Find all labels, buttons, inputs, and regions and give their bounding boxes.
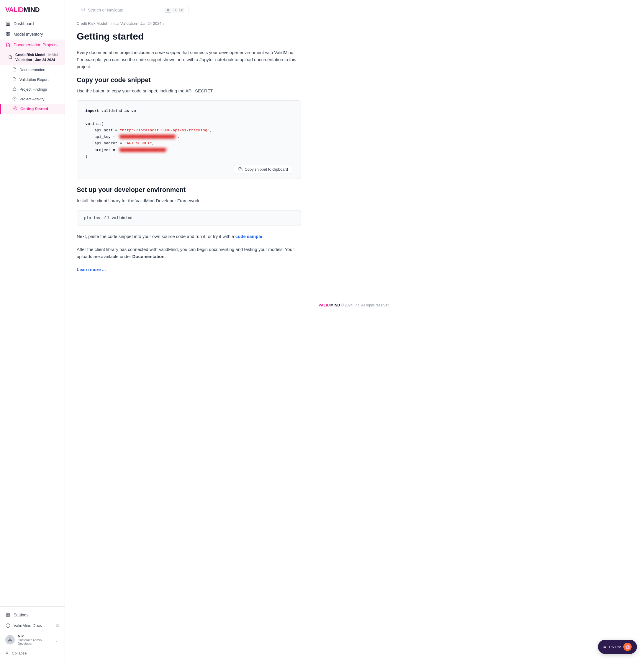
sidebar: VALIDMIND Dashboard Model Inventory Docu… <box>0 0 65 661</box>
sidebar-label-getting-started: Getting Started <box>20 107 48 111</box>
logo-mind: MIND <box>24 6 40 13</box>
code-block-snippet: import validmind as vm vm.init( api_host… <box>77 101 301 179</box>
external-link-icon <box>56 623 59 628</box>
sidebar-label-credit-risk: Credit Risk Model - Initial Validation -… <box>15 52 59 63</box>
svg-rect-15 <box>240 169 243 171</box>
footer-logo-valid: VALID <box>319 303 330 307</box>
sidebar-item-project-activity[interactable]: Project Activity <box>0 94 65 104</box>
user-info: Nik Customer Admin, Developer <box>18 634 51 645</box>
kbd-plus: + <box>172 8 178 13</box>
search-placeholder: Search or Navigate <box>88 8 162 13</box>
kbd-k: k <box>179 8 185 13</box>
file-text-icon <box>5 42 10 47</box>
svg-line-11 <box>57 624 59 626</box>
learn-more-link[interactable]: Learn more ... <box>77 267 106 272</box>
collapse-label: Collapse <box>12 651 27 655</box>
sidebar-item-credit-risk-model[interactable]: Credit Risk Model - Initial Validation -… <box>0 50 65 65</box>
logo: VALIDMIND <box>0 0 65 18</box>
sidebar-bottom: Settings ValidMind Docs Nik Customer Adm… <box>0 607 65 661</box>
sidebar-label-dashboard: Dashboard <box>14 21 34 26</box>
documentation-link: Documentation <box>132 254 164 259</box>
next-text: Next, paste the code snippet into your o… <box>77 233 301 240</box>
widget-emoji: 🌸 <box>623 643 631 651</box>
svg-rect-0 <box>6 32 8 34</box>
home-icon <box>5 21 10 26</box>
sidebar-item-dashboard[interactable]: Dashboard <box>0 18 65 29</box>
sidebar-item-validation-report[interactable]: Validation Report <box>0 75 65 84</box>
sidebar-label-validation: Validation Report <box>20 78 49 82</box>
svg-line-14 <box>84 10 85 11</box>
hamburger-icon: ≡ <box>603 644 606 649</box>
breadcrumb-separator: / <box>163 21 164 26</box>
sidebar-item-documentation[interactable]: Documentation <box>0 65 65 75</box>
footer-logo: VALIDMIND <box>319 303 340 307</box>
sidebar-label-settings: Settings <box>14 613 29 617</box>
breadcrumb-link[interactable]: Credit Risk Model - Initial Validation -… <box>77 21 161 26</box>
avatar <box>5 635 15 644</box>
gear-icon <box>5 612 10 618</box>
footer-logo-mind: MIND <box>330 303 340 307</box>
triangle-icon <box>13 87 17 92</box>
kbd-cmd: ⌘ <box>165 8 171 13</box>
after-text: After the client library has connected w… <box>77 246 301 260</box>
svg-rect-2 <box>6 35 8 36</box>
sidebar-item-project-findings[interactable]: Project Findings <box>0 84 65 94</box>
section1-heading: Copy your code snippet <box>77 76 632 84</box>
intro-text: Every documentation project includes a c… <box>77 49 301 70</box>
svg-rect-1 <box>8 32 10 34</box>
copy-snippet-button[interactable]: Copy snippet to clipboard <box>234 165 292 174</box>
user-section: Nik Customer Admin, Developer ⋮ <box>0 631 65 648</box>
svg-point-7 <box>7 614 8 616</box>
file-icon-validation <box>13 77 17 82</box>
search-bar[interactable]: Search or Navigate ⌘ + k <box>77 5 189 15</box>
kbd-group: ⌘ + k <box>165 8 184 13</box>
code-block-install: pip install validmind <box>77 210 301 226</box>
user-name: Nik <box>18 634 51 638</box>
topbar: Search or Navigate ⌘ + k <box>65 0 644 15</box>
copy-button-label: Copy snippet to clipboard <box>245 167 288 172</box>
sidebar-item-validmind-docs[interactable]: ValidMind Docs <box>0 620 65 631</box>
section2-description: Install the client library for the Valid… <box>77 197 301 204</box>
floating-widget[interactable]: ≡ 1/6 Dor 🌸 <box>598 640 637 654</box>
user-more-button[interactable]: ⋮ <box>54 637 59 643</box>
sidebar-label-validmind-docs: ValidMind Docs <box>14 623 42 628</box>
svg-point-13 <box>82 8 85 11</box>
copy-button-row: Copy snippet to clipboard <box>85 165 292 174</box>
sidebar-item-getting-started[interactable]: Getting Started <box>0 104 65 114</box>
clock-icon <box>13 96 17 102</box>
breadcrumb: Credit Risk Model - Initial Validation -… <box>77 21 632 26</box>
sidebar-item-documentation-projects[interactable]: Documentation Projects <box>0 40 65 50</box>
sidebar-item-settings[interactable]: Settings <box>0 610 65 620</box>
user-role: Customer Admin, Developer <box>18 638 51 645</box>
sidebar-label-model-inventory: Model Inventory <box>14 32 43 37</box>
rocket-icon <box>13 106 17 111</box>
logo-valid: VALID <box>5 6 24 13</box>
collapse-button[interactable]: Collapse <box>0 648 65 658</box>
code-sample-link[interactable]: code sample <box>235 234 262 239</box>
grid-icon <box>5 31 10 37</box>
footer-text: © 2024. Inc. All rights reserved. <box>341 303 390 307</box>
next-text-1: Next, paste the code snippet into your o… <box>77 234 234 239</box>
after-text-1: After the client library has connected w… <box>77 247 294 259</box>
code-content: import validmind as vm vm.init( api_host… <box>85 108 292 160</box>
svg-point-12 <box>9 638 11 639</box>
install-command: pip install validmind <box>84 216 133 220</box>
search-icon <box>81 7 86 13</box>
next-text-2: . <box>262 234 263 239</box>
sidebar-label-documentation-projects: Documentation Projects <box>14 43 58 47</box>
sidebar-item-model-inventory[interactable]: Model Inventory <box>0 29 65 40</box>
sidebar-label-doc: Documentation <box>20 68 45 72</box>
main-content: Search or Navigate ⌘ + k Credit Risk Mod… <box>65 0 644 661</box>
section1-description: Use the button to copy your code snippet… <box>77 87 301 94</box>
widget-label: 1/6 Dor <box>608 645 621 649</box>
page-title: Getting started <box>77 31 632 42</box>
sidebar-label-findings: Project Findings <box>20 87 47 91</box>
file-icon-doc <box>13 67 17 72</box>
info-icon <box>5 623 10 628</box>
section2-heading: Set up your developer environment <box>77 186 632 194</box>
file-icon-sub <box>8 55 13 60</box>
svg-rect-3 <box>8 35 10 36</box>
copy-icon <box>238 167 243 171</box>
chevron-left-icon <box>5 651 9 656</box>
after-text-2: . <box>165 254 166 259</box>
